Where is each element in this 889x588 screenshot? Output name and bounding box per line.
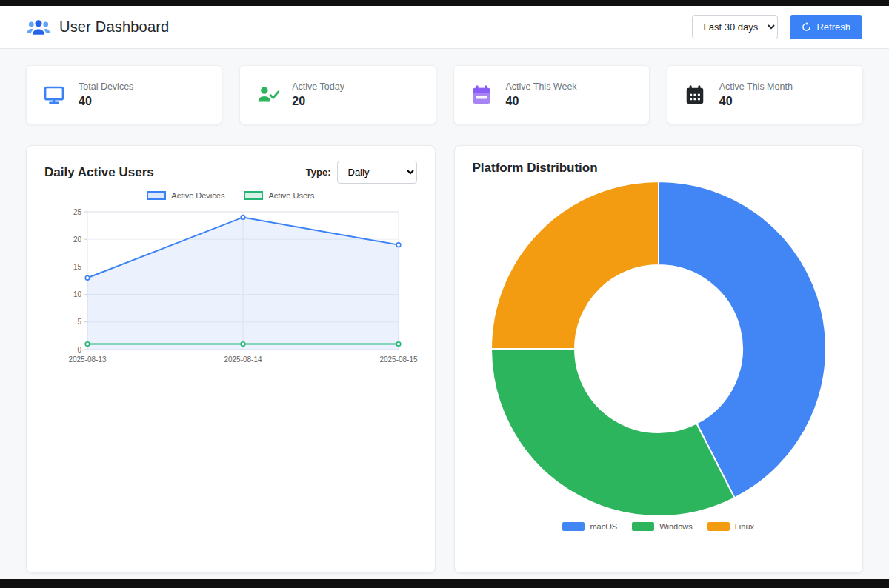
stat-text: Total Devices 40 bbox=[79, 81, 133, 108]
legend-label: Active Users bbox=[268, 191, 314, 200]
daily-active-users-chart: 05101520252025-08-132025-08-142025-08-15 bbox=[56, 203, 404, 375]
line-chart-legend: Active DevicesActive Users bbox=[44, 191, 417, 200]
refresh-icon bbox=[802, 22, 811, 32]
stat-value: 40 bbox=[506, 95, 577, 108]
legend-label: Windows bbox=[659, 522, 693, 531]
stat-label: Total Devices bbox=[79, 81, 133, 92]
header-controls: Last 30 days Refresh bbox=[692, 15, 862, 39]
stat-text: Active Today 20 bbox=[292, 81, 344, 108]
stats-row: Total Devices 40 Active Today 20 bbox=[26, 65, 863, 124]
stat-value: 40 bbox=[719, 95, 793, 108]
calendar-month-icon bbox=[682, 83, 707, 107]
stat-label: Active This Week bbox=[506, 81, 577, 92]
stat-label: Active This Month bbox=[719, 81, 793, 92]
calendar-week-icon bbox=[469, 83, 494, 107]
legend-swatch bbox=[244, 191, 263, 200]
stat-value: 20 bbox=[292, 95, 344, 108]
user-check-icon bbox=[255, 83, 280, 107]
stat-card-active-week: Active This Week 40 bbox=[453, 65, 650, 124]
legend-label: Active Devices bbox=[171, 191, 224, 200]
svg-text:2025-08-15: 2025-08-15 bbox=[380, 355, 419, 364]
main-content: Total Devices 40 Active Today 20 bbox=[0, 49, 889, 579]
stat-value: 40 bbox=[79, 95, 133, 108]
stat-card-active-today: Active Today 20 bbox=[239, 65, 436, 124]
legend-item-macos[interactable]: macOS bbox=[562, 522, 617, 531]
stat-label: Active Today bbox=[292, 81, 344, 92]
stat-text: Active This Week 40 bbox=[506, 81, 577, 108]
svg-text:5: 5 bbox=[78, 318, 82, 326]
legend-swatch bbox=[562, 522, 585, 531]
screen: User Dashboard Last 30 days Refresh bbox=[0, 0, 889, 588]
platform-distribution-chart bbox=[488, 178, 829, 519]
type-label: Type: bbox=[306, 167, 331, 178]
bottom-border-strip bbox=[0, 579, 889, 588]
svg-text:10: 10 bbox=[73, 290, 82, 298]
header: User Dashboard Last 30 days Refresh bbox=[0, 6, 889, 49]
daily-panel-title: Daily Active Users bbox=[44, 165, 154, 180]
svg-text:2025-08-13: 2025-08-13 bbox=[69, 355, 107, 364]
svg-text:25: 25 bbox=[73, 208, 82, 216]
donut-wrap bbox=[473, 178, 845, 519]
legend-swatch bbox=[147, 191, 166, 200]
svg-text:0: 0 bbox=[78, 346, 82, 354]
refresh-label: Refresh bbox=[816, 21, 850, 33]
chart-type-select[interactable]: Daily bbox=[337, 161, 417, 184]
stat-text: Active This Month 40 bbox=[719, 81, 793, 108]
users-group-icon bbox=[27, 18, 50, 37]
legend-item-windows[interactable]: Windows bbox=[632, 522, 693, 531]
stat-card-active-month: Active This Month 40 bbox=[667, 65, 863, 124]
stat-card-total-devices: Total Devices 40 bbox=[26, 65, 222, 124]
monitor-icon bbox=[41, 83, 67, 107]
refresh-button[interactable]: Refresh bbox=[790, 15, 862, 39]
legend-swatch bbox=[632, 522, 654, 531]
svg-text:15: 15 bbox=[73, 263, 82, 271]
legend-item-active-devices[interactable]: Active Devices bbox=[147, 191, 224, 200]
legend-label: macOS bbox=[590, 522, 617, 531]
platform-panel-title: Platform Distribution bbox=[473, 161, 845, 176]
chart-type-control: Type: Daily bbox=[306, 161, 417, 184]
legend-swatch bbox=[707, 522, 730, 531]
legend-item-active-users[interactable]: Active Users bbox=[244, 191, 314, 200]
page-title: User Dashboard bbox=[59, 19, 169, 36]
panels-row: Daily Active Users Type: Daily Active De… bbox=[26, 145, 863, 573]
platform-distribution-panel: Platform Distribution macOSWindowsLinux bbox=[454, 145, 864, 573]
donut-legend: macOSWindowsLinux bbox=[473, 522, 845, 531]
svg-text:20: 20 bbox=[73, 235, 82, 244]
range-select[interactable]: Last 30 days bbox=[692, 15, 778, 39]
daily-panel-header: Daily Active Users Type: Daily bbox=[44, 161, 417, 184]
top-border-strip bbox=[0, 0, 889, 6]
legend-label: Linux bbox=[735, 522, 754, 531]
svg-text:2025-08-14: 2025-08-14 bbox=[224, 355, 263, 364]
legend-item-linux[interactable]: Linux bbox=[707, 522, 754, 531]
daily-active-users-panel: Daily Active Users Type: Daily Active De… bbox=[26, 145, 436, 573]
